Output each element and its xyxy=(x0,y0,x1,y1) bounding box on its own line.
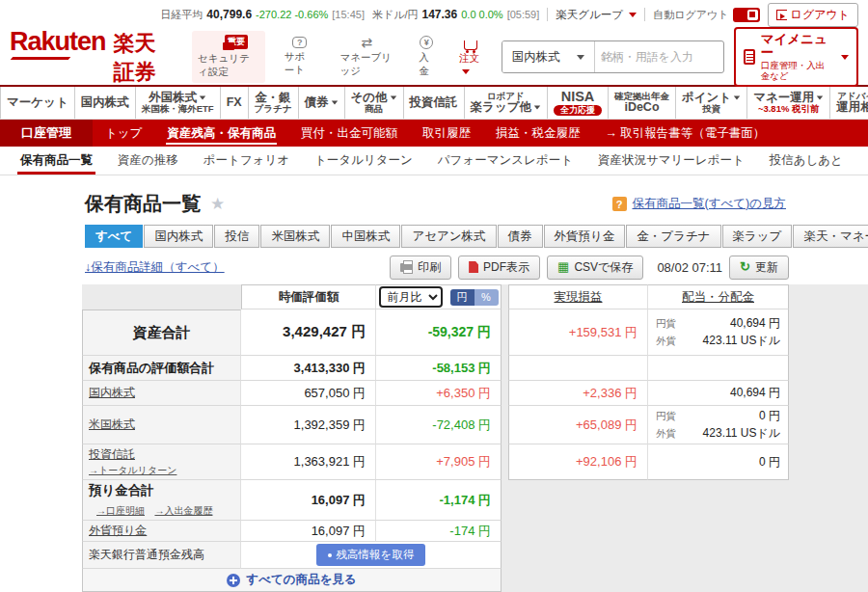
toggle-yen[interactable]: 円 xyxy=(450,289,475,306)
account-nav-balance[interactable]: 資産残高・保有商品 xyxy=(154,120,288,147)
total-return-link[interactable]: →トータルリターン xyxy=(89,464,176,477)
nav-item-foreign-stocks[interactable]: 外国株式 米国株・海外ETF xyxy=(136,87,221,119)
subnav-fund-footprint[interactable]: 投信あしあと xyxy=(757,147,855,175)
cart-icon xyxy=(464,40,477,50)
tab-money-fund[interactable]: 楽天・マネーファンド xyxy=(793,225,868,248)
chevron-down-icon xyxy=(390,96,395,100)
domestic-stocks-link[interactable]: 国内株式 xyxy=(89,385,135,401)
subnav-asset-trend[interactable]: 資産の推移 xyxy=(105,147,191,175)
csv-button[interactable]: ▦ CSVで保存 xyxy=(547,256,643,280)
logout-button[interactable]: ログアウト xyxy=(768,3,858,27)
fx-deposit-value: 16,097 円 xyxy=(241,521,376,542)
tab-gold-platinum[interactable]: 金・プラチナ xyxy=(626,225,720,248)
row-total-assets: 資産合計 3,429,427 円 -59,327 円 +159,531 円 円貨… xyxy=(82,309,789,356)
nav-item-nisa[interactable]: NISA 全力応援 xyxy=(548,87,609,119)
subnav-asset-summary-report[interactable]: 資産状況サマリーレポート xyxy=(585,147,757,175)
tab-rakuwrap[interactable]: 楽ラップ xyxy=(722,225,793,248)
tab-bonds[interactable]: 債券 xyxy=(498,225,543,248)
my-menu-icon xyxy=(744,49,755,65)
period-select[interactable]: 前月比 xyxy=(379,286,443,308)
nav-item-other-products[interactable]: その他 商品 xyxy=(345,87,404,119)
deposit-coin-icon: ¥ xyxy=(420,36,433,49)
tab-funds[interactable]: 投信 xyxy=(214,225,259,248)
security-settings-button[interactable]: 重要 セキュリティ設定 xyxy=(192,31,265,83)
toggle-percent[interactable]: % xyxy=(475,289,499,306)
account-nav-pl-tax[interactable]: 損益・税金履歴 xyxy=(483,120,593,147)
nav-item-money-management[interactable]: マネー運用 ~3.81% 税引前 xyxy=(747,87,830,119)
tab-fx-deposit[interactable]: 外貨預り金 xyxy=(544,225,626,248)
view-all-products[interactable]: すべての商品を見る xyxy=(82,569,502,592)
print-button[interactable]: 印刷 xyxy=(390,256,451,280)
fund-realized: +92,106 円 xyxy=(508,444,648,480)
tab-us-stocks[interactable]: 米国株式 xyxy=(260,225,330,248)
column-header-dividends[interactable]: 配当・分配金 xyxy=(682,289,754,306)
rakuten-logo[interactable]: Rakuten 楽天証券 xyxy=(10,27,165,87)
nav-item-domestic-stocks[interactable]: 国内株式 xyxy=(75,87,136,119)
account-nav-home[interactable]: 口座管理 xyxy=(0,120,93,147)
logout-icon xyxy=(776,10,787,20)
refresh-icon: ↻ xyxy=(740,261,750,273)
holdings-total-value: 3,413,330 円 xyxy=(241,356,376,381)
nav-item-ideco[interactable]: 確定拠出年金 iDeCo xyxy=(609,87,676,119)
refresh-button[interactable]: ↻ 更新 xyxy=(729,256,789,280)
holdings-detail-link[interactable]: ↓保有商品詳細（すべて） xyxy=(85,259,225,276)
my-menu-button[interactable]: マイメニュー 口座管理・入出金など xyxy=(734,27,858,87)
nikkei-time: [15:45] xyxy=(332,9,365,20)
search-category-select[interactable]: 国内株式 xyxy=(502,41,595,72)
tab-china-stocks[interactable]: 中国株式 xyxy=(331,225,400,248)
chevron-down-icon xyxy=(841,55,849,60)
nav-item-bonds[interactable]: 債券 xyxy=(299,87,345,119)
us-value: 1,392,359 円 xyxy=(241,406,376,444)
total-assets-realized: +159,531 円 xyxy=(508,309,648,356)
account-nav-history[interactable]: 取引履歴 xyxy=(410,120,483,147)
yen-percent-toggle: 円 % xyxy=(450,289,499,306)
rakuten-group-menu[interactable]: 楽天グループ xyxy=(556,8,637,22)
us-stocks-link[interactable]: 米国株式 xyxy=(89,417,135,433)
help-link[interactable]: 保有商品一覧(すべて)の見方 xyxy=(633,196,787,212)
favorite-star-icon[interactable]: ★ xyxy=(210,194,225,214)
important-badge: 重要 xyxy=(225,35,248,49)
account-statement-link[interactable]: →口座明細 xyxy=(96,505,145,516)
order-button[interactable]: 注文 xyxy=(453,34,488,81)
account-nav-top[interactable]: トップ xyxy=(93,120,154,147)
account-nav-reports[interactable]: → 取引報告書等（電子書面） xyxy=(592,120,777,147)
help-icon[interactable]: ? xyxy=(612,197,627,211)
nav-item-market[interactable]: マーケット xyxy=(0,87,75,119)
chevron-down-icon xyxy=(200,96,205,100)
chevron-down-icon xyxy=(734,96,740,100)
nav-item-point-investing[interactable]: ポイント 投資 xyxy=(676,87,747,119)
account-nav: 口座管理 トップ 資産残高・保有商品 買付・出金可能額 取引履歴 損益・税金履歴… xyxy=(0,120,868,147)
row-fx-deposit: 外貨預り金 16,097 円 -174 円 xyxy=(82,521,789,542)
auto-logout-label: 自動ログアウト xyxy=(653,8,728,22)
column-header-realized-pl[interactable]: 実現損益 xyxy=(555,289,603,306)
deposit-withdraw-history-link[interactable]: →入出金履歴 xyxy=(154,505,212,516)
tab-all[interactable]: すべて xyxy=(85,225,143,248)
nav-item-gold-platinum[interactable]: 金・銀 プラチナ xyxy=(249,87,299,119)
chevron-down-icon xyxy=(817,96,823,100)
domestic-dividend: 40,694 円 xyxy=(648,381,789,406)
nav-item-mutual-funds[interactable]: 投資信託 xyxy=(404,87,465,119)
nav-item-robo-advisor[interactable]: ロボアド 楽ラップ他 xyxy=(465,87,548,119)
subnav-performance-report[interactable]: パフォーマンスレポート xyxy=(425,147,585,175)
deposit-button[interactable]: ¥ 入金 xyxy=(413,32,440,82)
us-change: -72,408 円 xyxy=(376,406,502,444)
mutual-funds-link[interactable]: 投資信託 xyxy=(89,446,135,463)
money-bridge-button[interactable]: ⇄ マネーブリッジ xyxy=(335,32,400,82)
subnav-total-return[interactable]: トータルリターン xyxy=(302,147,425,175)
fx-deposit-link[interactable]: 外貨預り金 xyxy=(89,523,147,539)
fund-dividend: 0 円 xyxy=(648,444,789,480)
subnav-portfolio[interactable]: ポートフォリオ xyxy=(191,147,302,175)
subnav-holdings-list[interactable]: 保有商品一覧 xyxy=(8,147,105,175)
pdf-button[interactable]: PDF表示 xyxy=(458,256,540,280)
account-nav-buying-power[interactable]: 買付・出金可能額 xyxy=(288,120,410,147)
chevron-down-icon xyxy=(534,105,540,109)
tab-asean-stocks[interactable]: アセアン株式 xyxy=(401,225,496,248)
auto-logout-toggle[interactable] xyxy=(733,8,760,22)
tab-domestic-stocks[interactable]: 国内株式 xyxy=(144,225,213,248)
chevron-down-icon xyxy=(577,55,584,60)
nav-item-fx[interactable]: FX xyxy=(221,87,249,119)
get-balance-button[interactable]: 残高情報を取得 xyxy=(316,544,426,566)
search-input[interactable] xyxy=(595,50,724,64)
nav-item-advisor[interactable]: アドバイザー 運用相談 xyxy=(830,87,868,119)
support-button[interactable]: ? サポート xyxy=(279,33,321,81)
